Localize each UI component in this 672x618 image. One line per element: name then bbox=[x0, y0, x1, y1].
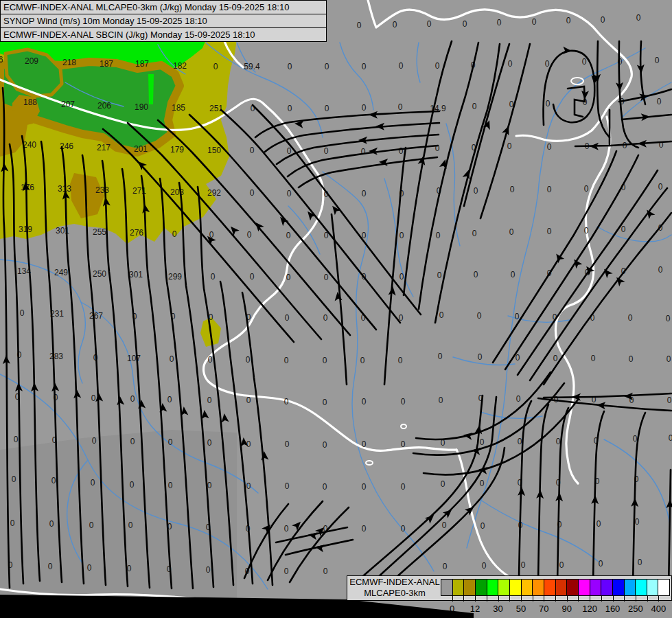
grid-value-label: 0 bbox=[49, 519, 54, 529]
title-line-sbcin: ECMWF-INDEX-ANAL SBCIN (J/kg) Monday 15-… bbox=[1, 28, 326, 41]
grid-value-label: 0 bbox=[48, 562, 53, 571]
legend-tick bbox=[567, 596, 568, 602]
grid-value-label: 0 bbox=[91, 478, 95, 488]
legend-title-param: MLCAPE0-3km bbox=[347, 588, 442, 599]
grid-value-label: 0 bbox=[553, 354, 558, 363]
grid-value-label: 0 bbox=[246, 355, 251, 365]
grid-value-label: 182 bbox=[173, 61, 187, 71]
grid-value-label: 0 bbox=[20, 308, 25, 318]
grid-value-label: 0 bbox=[323, 440, 327, 450]
legend-tick-label: 120 bbox=[582, 604, 597, 614]
legend-color-swatch bbox=[441, 580, 453, 595]
legend-tick bbox=[555, 596, 556, 602]
grid-value-label: 0 bbox=[246, 481, 251, 491]
grid-value-label: 0 bbox=[211, 272, 216, 282]
grid-value-label: 188 bbox=[23, 98, 37, 107]
legend-tick-label: 50 bbox=[516, 604, 526, 614]
grid-value-label: 0 bbox=[472, 229, 477, 238]
grid-value-label: 0 bbox=[399, 61, 404, 71]
legend-tick bbox=[590, 596, 590, 602]
weather-map-screen: 00000000006209218187187182059.4000000000… bbox=[0, 0, 672, 618]
legend-tick bbox=[452, 596, 453, 602]
grid-value-label: 0 bbox=[250, 188, 255, 198]
grid-value-label: 0 bbox=[511, 270, 515, 279]
legend-tick-label: 400 bbox=[651, 604, 666, 614]
grid-value-label: 0 bbox=[628, 313, 633, 323]
grid-value-label: 0 bbox=[667, 396, 672, 405]
legend-color-swatch bbox=[464, 580, 476, 595]
grid-value-label: 0 bbox=[325, 104, 329, 113]
legend-tick bbox=[533, 596, 533, 602]
grid-value-label: 0 bbox=[206, 565, 211, 575]
grid-value-label: 0 bbox=[596, 519, 601, 529]
grid-value-label: 0 bbox=[323, 566, 328, 576]
grid-value-label: 0 bbox=[401, 524, 406, 534]
grid-value-label: 0 bbox=[357, 21, 362, 30]
grid-value-label: 0 bbox=[508, 59, 513, 69]
grid-value-label: 0 bbox=[480, 479, 485, 488]
legend-tick bbox=[487, 596, 487, 602]
grid-value-label: 0 bbox=[599, 559, 603, 569]
grid-value-label: 0 bbox=[213, 62, 218, 71]
grid-value-label: 0 bbox=[436, 231, 441, 240]
grid-value-label: 0 bbox=[399, 231, 404, 240]
legend-tick bbox=[498, 596, 499, 602]
grid-value-label: 0 bbox=[170, 354, 174, 364]
grid-value-label: 0 bbox=[629, 354, 634, 364]
grid-value-label: 0 bbox=[635, 517, 640, 527]
legend-tick bbox=[601, 596, 602, 602]
grid-value-label: 250 bbox=[93, 269, 106, 279]
grid-value-label: 0 bbox=[286, 273, 291, 282]
grid-value-label: 301 bbox=[129, 270, 143, 279]
grid-value-label: 0 bbox=[516, 394, 521, 404]
grid-value-label: 0 bbox=[497, 18, 502, 27]
grid-value-label: 0 bbox=[89, 520, 94, 530]
grid-value-label: 0 bbox=[601, 15, 605, 25]
grid-value-label: 0 bbox=[584, 226, 589, 236]
legend-tick bbox=[578, 596, 579, 602]
legend-color-swatch bbox=[567, 580, 579, 595]
grid-value-label: 0 bbox=[510, 185, 515, 194]
grid-value-label: 0 bbox=[636, 13, 641, 23]
legend-color-swatch bbox=[487, 580, 499, 595]
grid-value-label: 0 bbox=[284, 397, 289, 407]
grid-value-label: 201 bbox=[134, 144, 148, 154]
legend-color-swatch bbox=[613, 580, 625, 595]
grid-value-label: 0 bbox=[167, 395, 172, 404]
grid-value-label: 0 bbox=[250, 146, 255, 155]
grid-value-label: 0 bbox=[287, 189, 292, 198]
legend-color-swatch bbox=[625, 580, 636, 595]
grid-value-label: 0 bbox=[10, 518, 15, 528]
grid-value-label: 0 bbox=[621, 225, 626, 234]
grid-value-label: 0 bbox=[92, 436, 97, 446]
legend-color-swatch bbox=[476, 580, 487, 595]
grid-value-label: 0 bbox=[545, 59, 550, 69]
grid-value-label: 0 bbox=[480, 437, 485, 447]
grid-value-label: 0 bbox=[12, 474, 16, 484]
legend-color-swatch bbox=[647, 580, 659, 595]
grid-value-label: 0 bbox=[362, 62, 367, 71]
grid-value-label: 0 bbox=[435, 61, 440, 71]
grid-value-label: 0 bbox=[284, 566, 289, 576]
grid-value-label: 0 bbox=[14, 435, 19, 444]
title-line-mlcape: ECMWF-INDEX-ANAL MLCAPE0-3km (J/kg) Mond… bbox=[1, 1, 326, 14]
grid-value-label: 0 bbox=[128, 520, 133, 530]
grid-value-label: 0 bbox=[172, 229, 177, 239]
grid-value-label: 0 bbox=[547, 227, 552, 236]
grid-value-label: 0 bbox=[130, 480, 135, 490]
grid-value-label: 0 bbox=[362, 439, 367, 449]
legend-color-swatch bbox=[498, 580, 510, 595]
legend-tick bbox=[624, 596, 625, 602]
grid-value-label: 0 bbox=[591, 354, 596, 363]
grid-value-label: 0 bbox=[582, 57, 587, 67]
weather-map-canvas: 00000000006209218187187182059.4000000000… bbox=[0, 0, 672, 618]
grid-value-label: 0 bbox=[399, 146, 404, 156]
grid-value-label: 0 bbox=[285, 313, 290, 323]
grid-value-label: 187 bbox=[100, 59, 113, 69]
grid-value-label: 0 bbox=[362, 482, 367, 492]
grid-value-label: 0 bbox=[477, 311, 482, 321]
grid-value-label: 0 bbox=[638, 558, 642, 567]
cape-region bbox=[148, 74, 154, 104]
legend-color-swatch bbox=[590, 580, 602, 595]
grid-value-label: 107 bbox=[127, 354, 141, 363]
